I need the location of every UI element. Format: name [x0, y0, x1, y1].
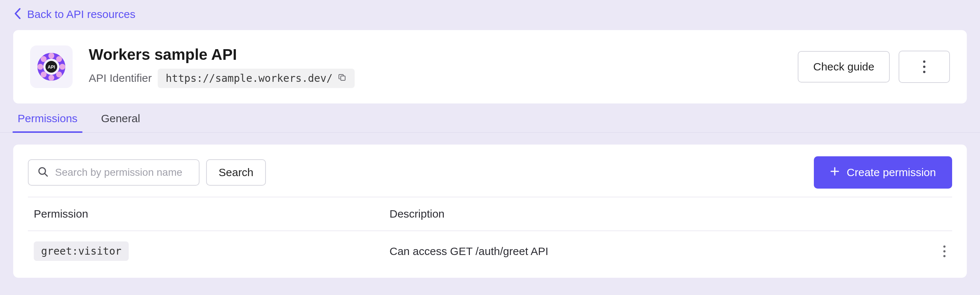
api-identifier-chip[interactable]: https://sample.workers.dev/	[158, 69, 355, 88]
search-field[interactable]	[28, 159, 199, 186]
svg-point-0	[48, 53, 54, 59]
svg-point-4	[56, 56, 62, 62]
svg-rect-10	[341, 76, 345, 80]
back-link[interactable]: Back to API resources	[27, 8, 135, 21]
col-description: Description	[390, 208, 917, 220]
svg-point-5	[41, 56, 46, 62]
api-avatar: API	[30, 46, 73, 88]
svg-point-7	[41, 72, 46, 77]
svg-point-13	[923, 71, 925, 73]
vertical-dots-icon	[923, 60, 926, 74]
tabs: Permissions General	[0, 112, 980, 133]
svg-point-2	[37, 64, 43, 70]
vertical-dots-icon	[943, 245, 946, 258]
svg-point-3	[59, 64, 65, 70]
col-permission: Permission	[34, 208, 390, 220]
table-row: greet:visitor Can access GET /auth/greet…	[28, 230, 952, 271]
create-permission-label: Create permission	[847, 166, 936, 179]
api-title: Workers sample API	[89, 46, 781, 64]
permissions-table: Permission Description greet:visitor Can…	[28, 197, 952, 271]
check-guide-button[interactable]: Check guide	[798, 51, 890, 83]
row-actions-button[interactable]	[917, 245, 946, 258]
svg-point-16	[943, 246, 945, 248]
table-header: Permission Description	[28, 197, 952, 230]
svg-point-17	[943, 250, 945, 252]
back-nav[interactable]: Back to API resources	[0, 0, 980, 26]
search-icon	[37, 166, 48, 179]
chevron-left-icon	[13, 7, 21, 21]
svg-point-1	[48, 75, 54, 81]
svg-line-15	[45, 174, 47, 176]
svg-point-11	[923, 61, 925, 63]
api-identifier-label: API Identifier	[89, 72, 152, 85]
copy-icon[interactable]	[338, 73, 347, 83]
permission-description: Can access GET /auth/greet API	[390, 245, 917, 258]
more-actions-button[interactable]	[899, 51, 950, 83]
svg-point-6	[56, 72, 62, 77]
permission-chip: greet:visitor	[34, 241, 129, 261]
create-permission-button[interactable]: Create permission	[814, 156, 952, 188]
plus-icon	[830, 166, 840, 179]
search-input[interactable]	[55, 167, 190, 178]
search-button[interactable]: Search	[206, 159, 266, 186]
api-header-card: API Workers sample API API Identifier ht…	[13, 30, 967, 104]
tab-permissions[interactable]: Permissions	[15, 112, 80, 132]
tab-general[interactable]: General	[99, 112, 142, 132]
api-identifier-value: https://sample.workers.dev/	[166, 72, 332, 85]
permissions-panel: Search Create permission Permission Desc…	[13, 145, 967, 278]
svg-point-12	[923, 66, 925, 68]
svg-point-18	[943, 255, 945, 257]
svg-text:API: API	[48, 65, 55, 70]
